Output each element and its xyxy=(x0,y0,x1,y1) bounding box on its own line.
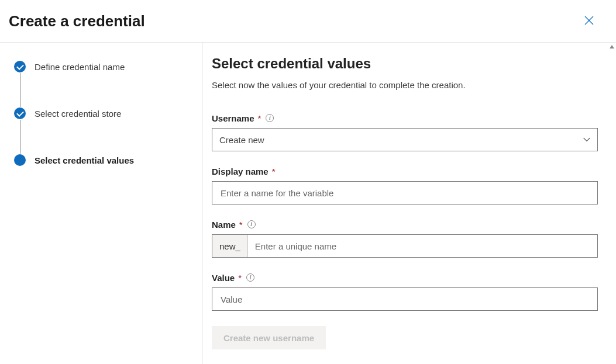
scroll-up-icon xyxy=(608,43,616,51)
svg-marker-2 xyxy=(610,45,614,48)
step-connector xyxy=(20,73,20,107)
step-select-credential-values[interactable]: Select credential values xyxy=(14,154,191,167)
username-dropdown[interactable]: Create new xyxy=(212,128,598,151)
field-label: Name * xyxy=(212,220,598,230)
value-input[interactable] xyxy=(219,288,590,310)
field-username: Username * Create new xyxy=(212,113,598,151)
field-label: Username * xyxy=(212,113,598,123)
name-input[interactable] xyxy=(248,235,597,257)
create-new-username-button[interactable]: Create new username xyxy=(212,326,326,349)
close-button[interactable] xyxy=(580,12,598,30)
current-step-icon xyxy=(14,154,26,166)
info-icon[interactable] xyxy=(246,273,254,282)
dialog-body: Define credential name Select credential… xyxy=(0,43,616,364)
check-icon xyxy=(14,61,26,72)
field-label: Value * xyxy=(212,273,598,283)
chevron-down-icon xyxy=(583,137,590,142)
wizard-stepper: Define credential name Select credential… xyxy=(0,43,203,364)
name-input-wrapper: new_ xyxy=(212,234,598,258)
label-text: Username xyxy=(212,113,254,123)
label-text: Name xyxy=(212,220,236,230)
display-name-input[interactable] xyxy=(219,182,590,204)
field-label: Display name * xyxy=(212,167,598,176)
name-prefix: new_ xyxy=(212,235,248,257)
main-heading: Select credential values xyxy=(212,56,598,72)
check-icon xyxy=(14,108,26,119)
step-label: Select credential values xyxy=(35,155,134,165)
main-panel: Select credential values Select now the … xyxy=(203,43,616,364)
field-name: Name * new_ xyxy=(212,220,598,258)
main-description: Select now the values of your credential… xyxy=(212,80,598,90)
info-icon[interactable] xyxy=(266,114,274,122)
step-connector xyxy=(20,120,20,154)
dialog-title: Create a credential xyxy=(9,12,145,30)
display-name-input-wrapper xyxy=(212,181,598,204)
label-text: Display name xyxy=(212,167,269,176)
label-text: Value xyxy=(212,273,235,283)
required-indicator: * xyxy=(239,220,243,230)
value-input-wrapper xyxy=(212,287,598,311)
step-define-credential-name[interactable]: Define credential name xyxy=(14,60,191,73)
step-select-credential-store[interactable]: Select credential store xyxy=(14,107,191,120)
step-label: Select credential store xyxy=(35,109,121,119)
required-indicator: * xyxy=(272,167,276,176)
close-icon xyxy=(584,15,594,27)
required-indicator: * xyxy=(238,273,242,283)
info-icon[interactable] xyxy=(247,220,256,228)
required-indicator: * xyxy=(258,113,261,123)
field-value: Value * xyxy=(212,273,598,311)
dropdown-selected-value: Create new xyxy=(219,135,264,145)
vertical-scrollbar[interactable] xyxy=(608,43,616,364)
dialog-header: Create a credential xyxy=(0,0,616,43)
field-display-name: Display name * xyxy=(212,167,598,204)
step-label: Define credential name xyxy=(35,62,125,72)
